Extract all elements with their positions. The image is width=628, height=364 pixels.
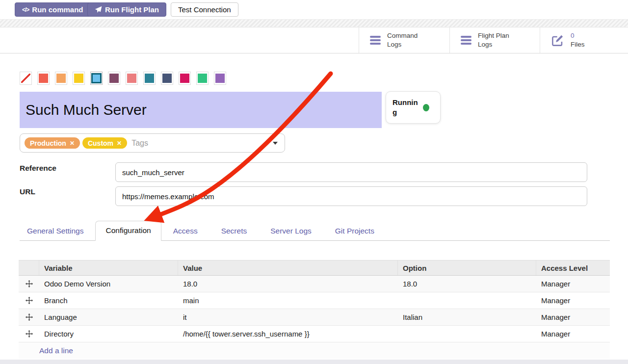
status-label: Running: [392, 98, 419, 118]
cell-option[interactable]: 18.0: [398, 280, 536, 288]
table-row[interactable]: BranchmainManager: [19, 292, 610, 309]
server-name-field[interactable]: Such Much Server: [20, 92, 382, 128]
drag-handle-icon[interactable]: [19, 313, 39, 321]
menu-icon: [370, 36, 381, 45]
server-form-page: </> Run command Run Flight Plan Test Con…: [0, 0, 628, 364]
color-swatch[interactable]: [73, 72, 85, 85]
run-flight-plan-button[interactable]: Run Flight Plan: [87, 2, 166, 17]
tab-general-settings[interactable]: General Settings: [20, 222, 95, 240]
cell-value[interactable]: /home/{{ tower.server.ssh_username }}: [178, 330, 398, 338]
add-line-row: Add a line: [19, 342, 610, 359]
reference-label: Reference: [20, 164, 56, 173]
column-header-option: Option: [398, 260, 536, 275]
tab-server-logs[interactable]: Server Logs: [259, 222, 323, 240]
notebook-tabs: General SettingsConfigurationAccessSecre…: [20, 222, 610, 241]
tag-label: Production: [30, 139, 66, 147]
command-logs-label: CommandLogs: [387, 31, 418, 49]
cell-option[interactable]: Italian: [398, 313, 536, 321]
table-row[interactable]: LanguageitItalianManager: [19, 309, 610, 326]
tag-pill[interactable]: Custom✕: [82, 137, 127, 149]
texture-divider: [0, 19, 628, 27]
drag-handle-icon[interactable]: [19, 297, 39, 304]
variables-table: Variable Value Option Access Level Odoo …: [19, 260, 610, 359]
url-value: https://memes.example.com: [122, 192, 214, 201]
files-button[interactable]: 0 Files: [540, 27, 628, 53]
files-count: 0: [571, 32, 575, 39]
tags-field[interactable]: Production✕Custom✕ Tags: [20, 133, 285, 153]
url-input[interactable]: https://memes.example.com: [115, 186, 587, 206]
run-flight-plan-label: Run Flight Plan: [105, 5, 159, 14]
color-swatch[interactable]: [161, 72, 173, 85]
tab-git-projects[interactable]: Git Projects: [323, 222, 386, 240]
chevron-down-icon[interactable]: [273, 142, 278, 145]
cell-variable[interactable]: Odoo Demo Version: [39, 280, 178, 288]
edit-icon: [551, 34, 564, 47]
code-icon: </>: [22, 6, 29, 13]
tags-placeholder: Tags: [131, 139, 148, 148]
cell-access-level[interactable]: Manager: [536, 330, 610, 338]
table-header: Variable Value Option Access Level: [19, 260, 610, 276]
color-swatch[interactable]: [55, 72, 67, 85]
control-panel: CommandLogs Flight PlanLogs 0 Files: [0, 27, 628, 53]
action-toolbar: </> Run command Run Flight Plan Test Con…: [0, 0, 628, 19]
test-connection-button[interactable]: Test Connection: [171, 2, 238, 17]
color-swatch[interactable]: [90, 72, 103, 85]
cell-variable[interactable]: Directory: [39, 330, 178, 338]
remove-tag-icon[interactable]: ✕: [117, 140, 122, 147]
flight-plan-logs-button[interactable]: Flight PlanLogs: [449, 27, 540, 53]
color-swatch[interactable]: [179, 72, 191, 85]
column-header-value: Value: [178, 260, 398, 275]
color-swatch[interactable]: [108, 72, 120, 85]
run-command-button[interactable]: </> Run command: [15, 2, 91, 17]
tag-pill[interactable]: Production✕: [25, 137, 80, 149]
no-color-swatch[interactable]: [20, 72, 32, 85]
drag-handle-icon[interactable]: [19, 330, 39, 338]
cell-variable[interactable]: Language: [39, 313, 178, 321]
color-swatch[interactable]: [214, 72, 226, 85]
color-swatch[interactable]: [143, 72, 156, 85]
command-logs-button[interactable]: CommandLogs: [359, 27, 449, 53]
table-row[interactable]: Odoo Demo Version18.018.0Manager: [19, 276, 610, 292]
files-label: 0 Files: [571, 31, 585, 49]
run-command-label: Run command: [32, 5, 83, 14]
drag-handle-icon[interactable]: [19, 280, 39, 287]
cell-access-level[interactable]: Manager: [536, 280, 610, 288]
tag-pills: Production✕Custom✕: [25, 137, 127, 149]
bottom-strip: [0, 360, 628, 364]
table-body: Odoo Demo Version18.018.0ManagerBranchma…: [19, 276, 610, 342]
column-header-access-level: Access Level: [536, 260, 610, 275]
url-label: URL: [20, 187, 35, 196]
handle-column-header: [19, 260, 39, 275]
paper-plane-icon: [95, 6, 102, 13]
server-name-text: Such Much Server: [26, 102, 147, 118]
flight-plan-logs-label: Flight PlanLogs: [478, 31, 509, 49]
tab-secrets[interactable]: Secrets: [209, 222, 259, 240]
tab-configuration[interactable]: Configuration: [95, 221, 161, 241]
status-dot-icon: [423, 104, 429, 111]
cell-value[interactable]: main: [178, 296, 398, 305]
color-swatch[interactable]: [126, 72, 138, 85]
tag-label: Custom: [88, 139, 113, 147]
reference-input[interactable]: such_much_server: [115, 162, 587, 182]
table-row[interactable]: Directory/home/{{ tower.server.ssh_usern…: [19, 326, 610, 342]
cell-access-level[interactable]: Manager: [536, 296, 610, 305]
cell-variable[interactable]: Branch: [39, 296, 178, 305]
color-swatch[interactable]: [37, 72, 50, 85]
cell-value[interactable]: 18.0: [178, 280, 398, 288]
status-button[interactable]: Running: [386, 91, 441, 124]
color-palette: [20, 72, 226, 85]
menu-icon: [461, 36, 471, 45]
add-line-link[interactable]: Add a line: [39, 346, 73, 355]
cell-access-level[interactable]: Manager: [536, 313, 610, 321]
test-connection-label: Test Connection: [178, 5, 231, 14]
remove-tag-icon[interactable]: ✕: [70, 140, 75, 147]
cell-value[interactable]: it: [178, 313, 398, 321]
reference-value: such_much_server: [122, 168, 184, 177]
tab-access[interactable]: Access: [161, 222, 209, 240]
color-swatch[interactable]: [196, 72, 209, 85]
column-header-variable: Variable: [39, 260, 178, 275]
